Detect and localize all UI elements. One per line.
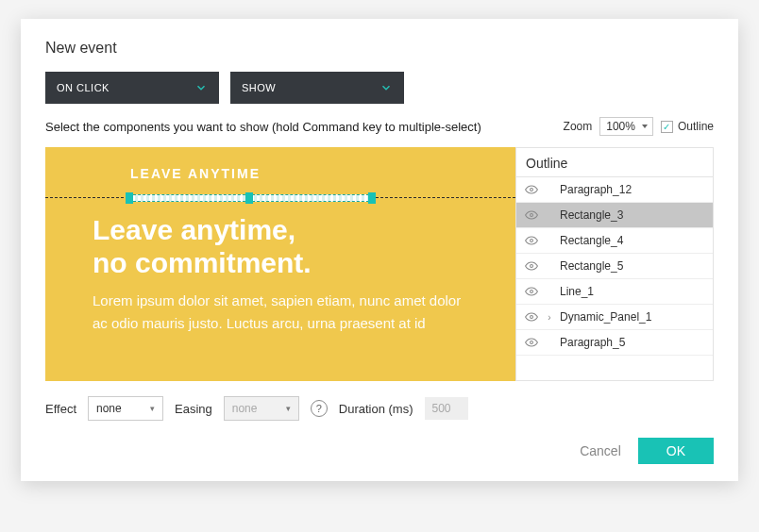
chevron-down-icon xyxy=(380,81,393,94)
checkbox-icon: ✓ xyxy=(661,121,673,133)
effects-row: Effect none ▾ Easing none ▾ ? Duration (… xyxy=(45,381,714,421)
effect-label: Effect xyxy=(45,402,76,416)
action-select[interactable]: SHOW xyxy=(230,72,404,104)
trigger-row: ON CLICK SHOW xyxy=(45,72,714,104)
outline-item-label: Line_1 xyxy=(560,285,594,298)
instruction-text: Select the components you want to show (… xyxy=(45,120,481,134)
eye-icon[interactable] xyxy=(524,208,539,222)
trigger-select[interactable]: ON CLICK xyxy=(45,72,219,104)
resize-handle-left[interactable] xyxy=(126,192,133,204)
zoom-select[interactable]: 100% xyxy=(599,117,653,136)
outline-panel: Outline Paragraph_12Rectangle_3Rectangle… xyxy=(515,147,714,381)
chevron-down-icon: ▾ xyxy=(286,404,291,413)
outline-item[interactable]: Paragraph_5 xyxy=(516,330,713,356)
easing-select[interactable]: none ▾ xyxy=(224,396,299,421)
dialog-buttons: Cancel OK xyxy=(45,421,714,464)
outline-item-label: Rectangle_5 xyxy=(560,259,623,273)
outline-panel-title: Outline xyxy=(516,148,713,177)
selection-indicator[interactable] xyxy=(45,192,515,204)
eye-icon[interactable] xyxy=(524,259,539,273)
outline-item[interactable]: Paragraph_12 xyxy=(516,177,713,203)
eye-icon[interactable] xyxy=(524,310,539,324)
svg-point-3 xyxy=(531,265,533,268)
svg-point-1 xyxy=(531,214,533,217)
zoom-label: Zoom xyxy=(564,120,593,133)
chevron-down-icon: ▾ xyxy=(150,404,155,413)
outline-item[interactable]: Rectangle_5 xyxy=(516,254,713,279)
zoom-controls: Zoom 100% ✓ Outline xyxy=(564,117,714,136)
svg-point-2 xyxy=(531,240,533,242)
outline-item-label: Paragraph_12 xyxy=(560,183,632,196)
eye-icon[interactable] xyxy=(524,336,539,349)
canvas-text-block: Leave anytime, no commitment. Lorem ipsu… xyxy=(45,208,515,335)
outline-item-label: Rectangle_3 xyxy=(560,208,623,222)
outline-toggle-label: Outline xyxy=(678,120,714,133)
new-event-modal: New event ON CLICK SHOW Select the compo… xyxy=(21,19,738,481)
chevron-down-icon xyxy=(194,81,208,94)
easing-label: Easing xyxy=(175,402,212,416)
resize-handle-mid[interactable] xyxy=(245,192,253,204)
duration-input[interactable]: 500 xyxy=(425,397,468,420)
canvas-heading: LEAVE ANYTIME xyxy=(45,147,515,192)
canvas-body: Lorem ipsum dolor sit amet, sapien etiam… xyxy=(93,290,478,335)
outline-item[interactable]: Rectangle_4 xyxy=(516,228,713,254)
resize-handle-right[interactable] xyxy=(368,192,376,204)
svg-point-5 xyxy=(531,316,533,319)
svg-point-0 xyxy=(531,189,533,191)
expand-icon[interactable]: › xyxy=(545,312,554,323)
easing-value: none xyxy=(232,402,258,415)
cancel-button[interactable]: Cancel xyxy=(580,443,621,458)
eye-icon[interactable] xyxy=(524,285,539,298)
canvas-title-line1: Leave anytime, xyxy=(93,214,295,245)
help-icon[interactable]: ? xyxy=(311,400,328,417)
modal-title: New event xyxy=(45,40,714,57)
eye-icon[interactable] xyxy=(524,234,539,247)
eye-icon[interactable] xyxy=(524,183,539,196)
workspace: LEAVE ANYTIME Leave anytime, no commitme… xyxy=(45,147,714,381)
outline-item[interactable]: Line_1 xyxy=(516,279,713,305)
outline-toggle[interactable]: ✓ Outline xyxy=(661,120,714,133)
trigger-label: ON CLICK xyxy=(57,82,110,93)
canvas-title-line2: no commitment. xyxy=(93,247,312,278)
outline-list: Paragraph_12Rectangle_3Rectangle_4Rectan… xyxy=(516,177,713,356)
outline-item-label: Paragraph_5 xyxy=(560,336,625,349)
canvas-title: Leave anytime, no commitment. xyxy=(93,213,478,280)
svg-point-6 xyxy=(531,341,533,344)
effect-value: none xyxy=(96,402,122,415)
ok-button[interactable]: OK xyxy=(638,438,714,464)
outline-item-label: Dynamic_Panel_1 xyxy=(560,310,651,324)
action-label: SHOW xyxy=(242,82,276,93)
svg-point-4 xyxy=(531,291,533,293)
instruction-row: Select the components you want to show (… xyxy=(45,117,714,136)
canvas-preview[interactable]: LEAVE ANYTIME Leave anytime, no commitme… xyxy=(45,147,515,381)
outline-item[interactable]: ›Dynamic_Panel_1 xyxy=(516,305,713,330)
effect-select[interactable]: none ▾ xyxy=(88,396,163,421)
duration-label: Duration (ms) xyxy=(339,402,413,416)
outline-item[interactable]: Rectangle_3 xyxy=(516,203,713,228)
outline-item-label: Rectangle_4 xyxy=(560,234,623,247)
zoom-value: 100% xyxy=(606,120,635,133)
